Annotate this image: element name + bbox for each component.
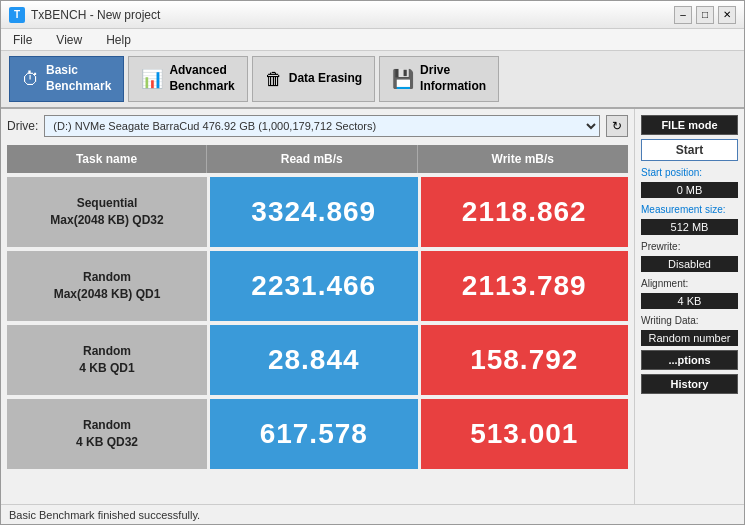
drive-refresh-button[interactable]: ↻: [606, 115, 628, 137]
row-3-write: 513.001: [421, 399, 629, 469]
row-2-write: 158.792: [421, 325, 629, 395]
start-position-value: 0 MB: [641, 182, 738, 198]
basic-benchmark-icon: ⏱: [22, 69, 40, 90]
header-task-name: Task name: [7, 145, 207, 173]
main-window: T TxBENCH - New project – □ ✕ File View …: [0, 0, 745, 525]
main-panel: Drive: (D:) NVMe Seagate BarraCud 476.92…: [1, 109, 634, 504]
title-controls: – □ ✕: [674, 6, 736, 24]
status-message: Basic Benchmark finished successfully.: [9, 509, 200, 521]
drive-information-icon: 💾: [392, 68, 414, 90]
row-0-write: 2118.862: [421, 177, 629, 247]
measurement-size-label: Measurement size:: [641, 204, 738, 215]
row-1-read: 2231.466: [210, 251, 418, 321]
table-row: SequentialMax(2048 KB) QD32 3324.869 211…: [7, 177, 628, 247]
status-bar: Basic Benchmark finished successfully.: [1, 504, 744, 524]
drive-bar: Drive: (D:) NVMe Seagate BarraCud 476.92…: [7, 115, 628, 137]
start-button[interactable]: Start: [641, 139, 738, 161]
menu-bar: File View Help: [1, 29, 744, 51]
advanced-benchmark-icon: 📊: [141, 68, 163, 90]
data-erasing-icon: 🗑: [265, 69, 283, 90]
title-bar-left: T TxBENCH - New project: [9, 7, 160, 23]
table-row: RandomMax(2048 KB) QD1 2231.466 2113.789: [7, 251, 628, 321]
menu-view[interactable]: View: [52, 31, 86, 49]
toolbar: ⏱ BasicBenchmark 📊 AdvancedBenchmark 🗑 D…: [1, 51, 744, 109]
table-row: Random4 KB QD32 617.578 513.001: [7, 399, 628, 469]
tab-advanced-benchmark-label: AdvancedBenchmark: [169, 63, 234, 94]
alignment-value: 4 KB: [641, 293, 738, 309]
writing-data-value: Random number: [641, 330, 738, 346]
history-button[interactable]: History: [641, 374, 738, 394]
measurement-size-value: 512 MB: [641, 219, 738, 235]
menu-file[interactable]: File: [9, 31, 36, 49]
file-mode-button[interactable]: FILE mode: [641, 115, 738, 135]
tab-basic-benchmark-label: BasicBenchmark: [46, 63, 111, 94]
drive-select[interactable]: (D:) NVMe Seagate BarraCud 476.92 GB (1,…: [44, 115, 600, 137]
tab-data-erasing[interactable]: 🗑 Data Erasing: [252, 56, 375, 102]
drive-label: Drive:: [7, 119, 38, 133]
row-1-name: RandomMax(2048 KB) QD1: [7, 251, 207, 321]
minimize-button[interactable]: –: [674, 6, 692, 24]
header-read: Read mB/s: [207, 145, 418, 173]
table-header: Task name Read mB/s Write mB/s: [7, 145, 628, 173]
menu-help[interactable]: Help: [102, 31, 135, 49]
header-write: Write mB/s: [418, 145, 629, 173]
title-bar: T TxBENCH - New project – □ ✕: [1, 1, 744, 29]
tab-data-erasing-label: Data Erasing: [289, 71, 362, 87]
close-button[interactable]: ✕: [718, 6, 736, 24]
maximize-button[interactable]: □: [696, 6, 714, 24]
tab-drive-information[interactable]: 💾 DriveInformation: [379, 56, 499, 102]
row-3-name: Random4 KB QD32: [7, 399, 207, 469]
table-row: Random4 KB QD1 28.844 158.792: [7, 325, 628, 395]
alignment-label: Alignment:: [641, 278, 738, 289]
prewrite-label: Prewrite:: [641, 241, 738, 252]
tab-advanced-benchmark[interactable]: 📊 AdvancedBenchmark: [128, 56, 247, 102]
start-position-label: Start position:: [641, 167, 738, 178]
row-2-name: Random4 KB QD1: [7, 325, 207, 395]
row-2-read: 28.844: [210, 325, 418, 395]
tab-basic-benchmark[interactable]: ⏱ BasicBenchmark: [9, 56, 124, 102]
right-panel: FILE mode Start Start position: 0 MB Mea…: [634, 109, 744, 504]
row-3-read: 617.578: [210, 399, 418, 469]
content-area: Drive: (D:) NVMe Seagate BarraCud 476.92…: [1, 109, 744, 504]
app-icon: T: [9, 7, 25, 23]
row-0-read: 3324.869: [210, 177, 418, 247]
more-options-button[interactable]: ...ptions: [641, 350, 738, 370]
row-1-write: 2113.789: [421, 251, 629, 321]
benchmark-rows: SequentialMax(2048 KB) QD32 3324.869 211…: [7, 177, 628, 498]
row-0-name: SequentialMax(2048 KB) QD32: [7, 177, 207, 247]
tab-drive-information-label: DriveInformation: [420, 63, 486, 94]
writing-data-label: Writing Data:: [641, 315, 738, 326]
window-title: TxBENCH - New project: [31, 8, 160, 22]
prewrite-value: Disabled: [641, 256, 738, 272]
